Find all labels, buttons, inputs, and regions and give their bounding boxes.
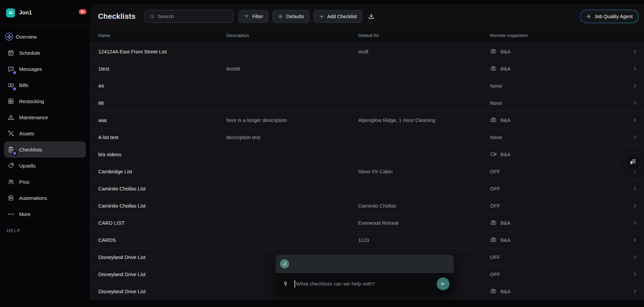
inbox-badge: 9+ [79, 9, 87, 14]
row-name: 66 [98, 100, 226, 106]
sidebar-item-label: Maintenance [19, 115, 48, 120]
user-name[interactable]: Jon1 [19, 10, 32, 16]
add-checklist-button[interactable]: Add Checklist [314, 10, 363, 23]
chevron-right-icon[interactable] [625, 83, 644, 89]
row-remote-inspection: B&A [490, 48, 625, 55]
agent-list-icon [629, 157, 637, 166]
sidebar-item-checklists[interactable]: Checklists [4, 141, 86, 158]
row-remote-inspection: None [490, 100, 625, 106]
row-remote-inspection: B&A [490, 219, 625, 226]
chevron-right-icon[interactable] [625, 186, 644, 191]
sidebar-item-upsells[interactable]: Upsells [4, 158, 86, 174]
row-remote-inspection: OFF [490, 271, 625, 277]
row-default-for: Silver Fir Cabin [358, 169, 490, 174]
column-header-default-for: Default for [358, 33, 490, 38]
sidebar-item-automations[interactable]: Automations [4, 190, 86, 206]
chevron-right-icon[interactable] [625, 271, 644, 277]
row-remote-inspection: OFF [490, 169, 625, 174]
sidebar-item-pros[interactable]: Pros [4, 174, 86, 190]
table-row[interactable]: A list test description test None [90, 129, 644, 146]
table-row[interactable]: 124124A East Front Street List Asdf B&A [90, 43, 644, 60]
table-row[interactable]: aaa here is a longer description Alpengl… [90, 112, 644, 129]
chevron-right-icon[interactable] [625, 66, 644, 72]
pros-icon [7, 178, 14, 185]
sidebar-item-label: Upsells [19, 163, 36, 169]
maintenance-icon [7, 114, 14, 121]
download-button[interactable] [368, 13, 375, 20]
chevron-right-icon[interactable] [625, 237, 644, 243]
row-remote-inspection: B&A [490, 288, 625, 295]
sidebar-item-more[interactable]: More [4, 206, 86, 222]
table-row[interactable]: Cambridge List Silver Fir Cabin OFF [90, 163, 644, 180]
automations-icon [7, 194, 14, 202]
row-description: testtttt [226, 66, 358, 72]
sidebar-item-schedule[interactable]: Schedule [4, 45, 86, 61]
row-remote-inspection: None [490, 134, 625, 140]
search-box [145, 10, 233, 23]
row-name: Caminito Chollas List [98, 203, 226, 209]
column-header-remote-inspection: Remote Inspection [490, 33, 625, 38]
table-header: Name Description Default for Remote Insp… [90, 28, 644, 43]
sidebar-item-label: Overview [16, 34, 37, 40]
table-row[interactable]: CARDS 1123 B&A [90, 231, 644, 249]
help-label: HELP [7, 228, 20, 233]
row-default-for: Alpenglow Ridge, 1 Hour Cleaning [358, 117, 490, 123]
chevron-right-icon[interactable] [625, 134, 644, 140]
sidebar-item-messages[interactable]: Messages [4, 61, 86, 77]
row-remote-inspection: B&A [490, 151, 625, 158]
sidebar-item-overview[interactable]: Overview [4, 29, 86, 45]
notification-dot [13, 71, 16, 74]
column-header-name: Name [98, 33, 226, 38]
camera-icon [490, 288, 497, 295]
row-default-for: Everwood Retreat [358, 220, 490, 226]
camera-icon [490, 219, 497, 226]
sidebar-item-restocking[interactable]: Restocking [4, 93, 86, 109]
table-row[interactable]: 66 None [90, 94, 644, 112]
send-button[interactable] [437, 277, 449, 290]
table-row[interactable]: 44 None [90, 77, 644, 94]
text-cursor [294, 280, 295, 288]
chevron-right-icon[interactable] [625, 49, 644, 54]
sidebar-item-assets[interactable]: Assets [4, 125, 86, 141]
sidebar-item-label: Bills [19, 82, 29, 88]
sidebar-header: JD Jon1 9+ [0, 0, 90, 26]
chat-avatar: J [280, 259, 289, 268]
camera-icon [490, 48, 497, 55]
chat-input[interactable] [296, 281, 437, 287]
table-row[interactable]: 1test testtttt B&A [90, 60, 644, 77]
defaults-button[interactable]: Defaults [272, 10, 309, 23]
table-row[interactable]: b/a videos B&A [90, 146, 644, 163]
table-row[interactable]: CARD LIST Everwood Retreat B&A [90, 214, 644, 231]
filter-button[interactable]: Filter [238, 10, 268, 23]
camera-icon [490, 65, 497, 72]
row-description: description test [226, 134, 358, 140]
send-icon [440, 281, 446, 287]
paperclip-icon[interactable] [282, 280, 288, 287]
sparkle-icon [586, 14, 591, 19]
sidebar-item-maintenance[interactable]: Maintenance [4, 109, 86, 125]
row-description: here is a longer description [226, 117, 358, 123]
chevron-right-icon[interactable] [625, 100, 644, 106]
help-toggle[interactable]: HELP [7, 228, 90, 233]
chevron-right-icon[interactable] [625, 220, 644, 226]
table-row[interactable]: Caminito Chollas List Caminito Chollas O… [90, 197, 644, 214]
column-header-description: Description [226, 33, 358, 38]
job-quality-agent-button[interactable]: Job Quality Agent [580, 10, 639, 23]
chevron-right-icon[interactable] [625, 254, 644, 260]
chevron-right-icon[interactable] [625, 203, 644, 209]
chevron-right-icon[interactable] [625, 117, 644, 123]
agent-tasks-floating-button[interactable] [624, 152, 642, 171]
row-name: Cambridge List [98, 169, 226, 174]
row-default-for: 1123 [358, 237, 490, 243]
chevron-right-icon[interactable] [625, 289, 644, 294]
chat-widget: J [276, 255, 454, 294]
sidebar-item-label: Pros [19, 179, 30, 185]
sidebar-item-label: Schedule [19, 50, 40, 56]
more-icon [7, 211, 14, 218]
table-row[interactable]: Caminito Chollas List OFF [90, 180, 644, 197]
sidebar-item-bills[interactable]: Bills [4, 77, 86, 93]
user-avatar[interactable]: JD [6, 8, 15, 17]
camera-icon [490, 117, 497, 123]
sidebar-item-label: Restocking [19, 98, 44, 104]
search-input[interactable] [158, 13, 229, 19]
